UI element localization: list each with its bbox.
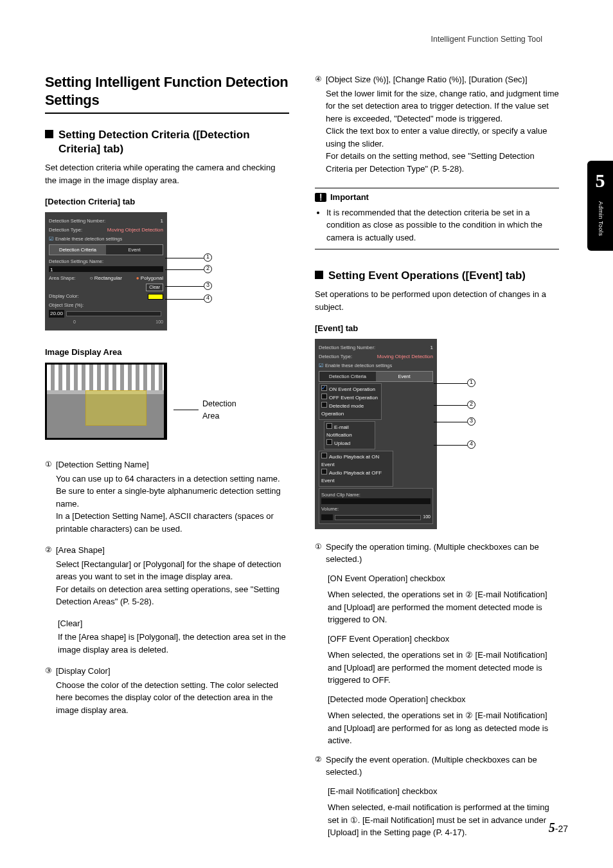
item-num: ② bbox=[315, 754, 322, 779]
sub-body: When selected, e-mail notification is pe… bbox=[328, 801, 559, 839]
sub-heading: [E-mail Notification] checkbox bbox=[328, 786, 438, 796]
item-title: [Display Color] bbox=[56, 666, 111, 676]
square-bullet-icon bbox=[45, 130, 53, 138]
item-body: Choose the color of the detection settin… bbox=[56, 679, 289, 717]
event-callout-4: 4 bbox=[467, 440, 475, 449]
item-num: ③ bbox=[45, 665, 52, 720]
item-body: If the [Area shape] is [Polygonal], the … bbox=[58, 631, 289, 656]
detected-mode-op: Detected mode Operation bbox=[321, 403, 364, 417]
detection-panel-figure: Detection Setting Number: 1 Detection Ty… bbox=[45, 212, 167, 331]
event-tab-label: [Event] tab bbox=[315, 322, 559, 335]
important-heading: Important bbox=[330, 191, 369, 204]
sub-heading: [OFF Event Operation] checkbox bbox=[328, 634, 449, 644]
image-display-area-heading: Image Display Area bbox=[45, 346, 289, 359]
event-callout-2: 2 bbox=[467, 401, 475, 409]
clip-name-label: Sound Clip Name: bbox=[321, 491, 431, 498]
volume-slider bbox=[335, 515, 421, 520]
panel-type-value: Moving Object Detection bbox=[377, 353, 433, 361]
main-heading: Setting Intelligent Function Detection S… bbox=[45, 73, 289, 114]
chapter-label: Admin Tools bbox=[596, 201, 605, 236]
panel-size-slider bbox=[66, 311, 161, 316]
panel-shape-rectangular: Rectangular bbox=[90, 275, 122, 282]
item-body: Set the lower limit for the size, change… bbox=[326, 87, 559, 176]
item-body: Select [Rectangular] or [Polygonal] for … bbox=[56, 558, 289, 608]
volume-max: 100 bbox=[423, 514, 431, 521]
item-num: ② bbox=[45, 544, 52, 612]
section-detection-criteria: Setting Detection Criteria ([Detection C… bbox=[45, 128, 289, 156]
running-head: Intelligent Function Setting Tool bbox=[431, 33, 543, 46]
callout-2: 2 bbox=[204, 265, 212, 273]
sub-body: When selected, the operations set in ② [… bbox=[328, 649, 559, 687]
event-callout-1: 1 bbox=[467, 379, 475, 387]
event-intro: Set operations to be performed upon dete… bbox=[315, 288, 559, 313]
panel-name-input: 1 bbox=[49, 266, 163, 272]
chapter-side-tab: 5 Admin Tools bbox=[587, 161, 613, 251]
item-num: ① bbox=[315, 541, 322, 566]
right-column: ④ [Object Size (%)], [Change Ratio (%)],… bbox=[315, 73, 559, 843]
intro-paragraph: Set detection criteria while operating t… bbox=[45, 161, 289, 186]
panel-size-value: 20.00 bbox=[49, 310, 64, 318]
item-num: ④ bbox=[315, 73, 322, 179]
page-chapter: 5 bbox=[549, 820, 555, 835]
panel-type-label: Detection Type: bbox=[49, 226, 82, 233]
callout-3: 3 bbox=[204, 282, 212, 290]
panel-tab-event: Event bbox=[376, 372, 432, 381]
panel-enable-checkbox-label: Enable these detection settings bbox=[325, 362, 433, 369]
panel-number-label: Detection Setting Number: bbox=[49, 217, 105, 224]
sub-heading: [ON Event Operation] checkbox bbox=[328, 574, 445, 583]
panel-number-label: Detection Setting Number: bbox=[319, 344, 375, 351]
event-item-list: ① Specify the operation timing. (Multipl… bbox=[315, 541, 559, 839]
chapter-number: 5 bbox=[596, 166, 605, 195]
event-panel: Detection Setting Number: 1 Detection Ty… bbox=[315, 339, 437, 529]
image-display-area bbox=[45, 363, 167, 440]
panel-color-swatch bbox=[148, 294, 163, 300]
off-event-op: OFF Event Operation bbox=[329, 395, 378, 401]
on-event-op: ON Event Operation bbox=[329, 386, 375, 392]
item-title: [Area Shape] bbox=[56, 545, 105, 555]
panel-size-label: Object Size (%): bbox=[49, 302, 84, 309]
important-box: ❕ Important It is recommended that the d… bbox=[315, 188, 559, 249]
left-column: Setting Intelligent Function Detection S… bbox=[45, 73, 289, 843]
slider-max: 100 bbox=[155, 319, 163, 326]
volume-label: Volume: bbox=[321, 505, 431, 512]
item-title: [Detection Setting Name] bbox=[56, 460, 149, 469]
audio-off: Audio Playback at OFF Event bbox=[321, 470, 382, 484]
panel-type-value: Moving Object Detection bbox=[107, 226, 163, 234]
callout-1: 1 bbox=[204, 253, 212, 262]
section-event-operations: Setting Event Operations ([Event] tab) bbox=[315, 269, 559, 283]
upload-op: Upload bbox=[334, 440, 350, 446]
panel-tab-criteria: Detection Criteria bbox=[319, 372, 376, 381]
panel-tab-criteria: Detection Criteria bbox=[49, 245, 106, 255]
panel-number-value: 1 bbox=[161, 217, 163, 225]
page-number: 5-27 bbox=[549, 818, 568, 837]
section-heading-text: Setting Detection Criteria ([Detection C… bbox=[58, 128, 289, 156]
item-lead: Specify the event operation. (Multiple c… bbox=[326, 755, 537, 777]
square-bullet-icon bbox=[315, 271, 323, 279]
panel-color-label: Display Color: bbox=[49, 293, 79, 300]
panel-number-value: 1 bbox=[431, 344, 433, 352]
image-display-figure: Detection Area bbox=[45, 363, 167, 440]
slider-min: 0 bbox=[73, 319, 76, 326]
detection-panel: Detection Setting Number: 1 Detection Ty… bbox=[45, 212, 167, 331]
panel-name-label: Detection Settings Name: bbox=[49, 258, 103, 264]
detection-area-label: Detection Area bbox=[202, 398, 244, 422]
panel-clear-button: Clear bbox=[146, 284, 163, 292]
tab-label: [Detection Criteria] tab bbox=[45, 195, 289, 208]
section-heading-text: Setting Event Operations ([Event] tab) bbox=[328, 269, 526, 283]
important-icon: ❕ bbox=[315, 193, 326, 202]
item-title: [Object Size (%)], [Change Ratio (%)], [… bbox=[326, 75, 528, 84]
detection-area-highlight bbox=[85, 390, 147, 426]
item-lead: Specify the operation timing. (Multiple … bbox=[326, 542, 539, 565]
panel-enable-checkbox-label: Enable these detection settings bbox=[55, 235, 163, 242]
panel-tab-event: Event bbox=[106, 245, 163, 255]
item-num: ① bbox=[45, 458, 52, 539]
sub-heading: [Detected mode Operation] checkbox bbox=[328, 694, 466, 704]
important-text: It is recommended that the detection cri… bbox=[326, 206, 559, 244]
sub-body: When selected, the operations set in ② [… bbox=[328, 709, 559, 747]
item-title: [Clear] bbox=[58, 619, 82, 628]
detection-item-list: ① [Detection Setting Name] You can use u… bbox=[45, 458, 289, 720]
panel-type-label: Detection Type: bbox=[319, 353, 352, 360]
event-panel-figure: Detection Setting Number: 1 Detection Ty… bbox=[315, 339, 437, 529]
callout-4: 4 bbox=[204, 294, 212, 303]
page-page: 27 bbox=[558, 824, 568, 834]
